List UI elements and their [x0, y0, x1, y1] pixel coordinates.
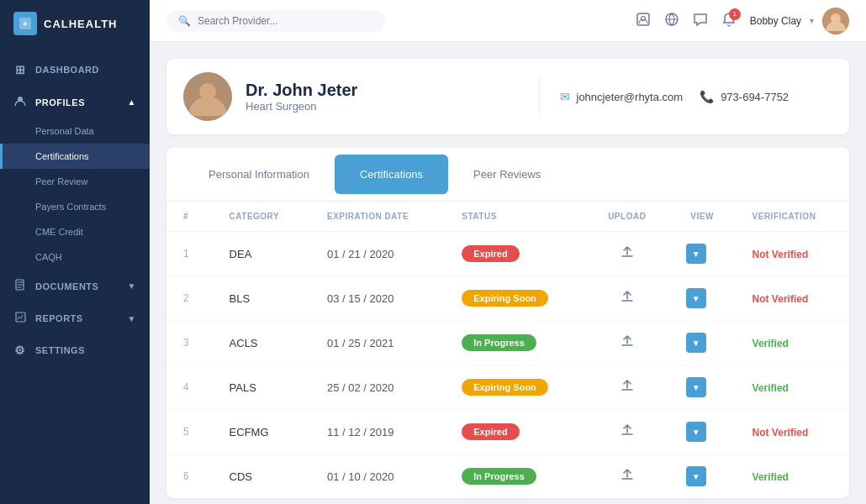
avatar [822, 8, 849, 34]
cell-verification: Verified [736, 365, 849, 410]
upload-icon[interactable] [620, 470, 635, 485]
user-card-icon[interactable] [636, 12, 651, 30]
dashboard-icon: ⊞ [13, 63, 27, 76]
sidebar-item-peer-review[interactable]: Peer Review [0, 169, 150, 194]
sidebar-item-profiles[interactable]: Profiles ▲ [0, 86, 150, 118]
user-menu[interactable]: Bobby Clay ▼ [750, 8, 849, 34]
logo-text: CALHEALTH [44, 18, 117, 30]
table-body: 1 DEA 01 / 21 / 2020 Expired ▼ Not Verif… [166, 232, 849, 499]
svg-text:+: + [23, 19, 28, 29]
view-button[interactable]: ▼ [686, 333, 706, 353]
sidebar-label-profiles: Profiles [35, 97, 85, 108]
email-contact: ✉ johncjeter@rhyta.com [560, 90, 684, 103]
cell-view[interactable]: ▼ [669, 232, 736, 276]
search-input[interactable] [198, 15, 373, 27]
cell-upload[interactable] [585, 321, 669, 365]
phone-icon: 📞 [700, 90, 714, 103]
view-button[interactable]: ▼ [686, 377, 706, 397]
cell-expiration: 01 / 10 / 2020 [310, 454, 445, 499]
content-area: Dr. John Jeter Heart Surgeon ✉ johncjete… [150, 42, 866, 504]
sidebar-item-certifications[interactable]: Certifications [0, 144, 150, 169]
cell-num: 3 [166, 321, 213, 365]
cell-view[interactable]: ▼ [669, 365, 736, 410]
col-status: Status [445, 202, 585, 232]
tab-peer-reviews[interactable]: Peer Reviews [448, 155, 566, 194]
sidebar-item-cme-credit[interactable]: CME Credit [0, 219, 150, 244]
table-row: 6 CDS 01 / 10 / 2020 In Progress ▼ Verif… [166, 454, 849, 499]
chevron-down-icon-reports: ▼ [128, 314, 136, 323]
verification-text: Not Verified [752, 427, 809, 438]
phone-contact: 📞 973-694-7752 [700, 90, 789, 103]
profiles-icon [13, 95, 27, 109]
cell-category: ACLS [213, 321, 310, 365]
sidebar-item-reports[interactable]: Reports ▼ [0, 302, 150, 334]
table-row: 5 ECFMG 11 / 12 / 2019 Expired ▼ Not Ver… [166, 410, 849, 454]
cell-verification: Verified [736, 321, 849, 365]
verification-text: Verified [752, 471, 789, 483]
cell-upload[interactable] [585, 276, 669, 321]
view-button[interactable]: ▼ [686, 422, 706, 442]
chevron-down-icon: ▼ [128, 281, 136, 291]
sidebar-item-caqh[interactable]: CAQH [0, 244, 150, 270]
cell-view[interactable]: ▼ [669, 321, 736, 365]
upload-icon[interactable] [620, 426, 635, 440]
profile-divider [539, 76, 540, 117]
upload-icon[interactable] [620, 337, 635, 351]
cell-num: 1 [166, 232, 213, 276]
notification-icon[interactable]: 1 [721, 12, 737, 30]
status-badge: In Progress [462, 334, 536, 351]
view-button[interactable]: ▼ [686, 466, 706, 486]
profile-name: Dr. John Jeter [246, 81, 519, 100]
cell-category: PALS [213, 365, 310, 410]
search-box[interactable]: 🔍 [166, 10, 385, 32]
sidebar-label-settings: Settings [35, 345, 85, 355]
cell-num: 6 [166, 454, 213, 499]
sidebar-label-dashboard: Dashboard [35, 65, 99, 75]
cell-verification: Verified [736, 454, 849, 499]
sidebar-label-documents: Documents [35, 281, 98, 291]
verification-text: Not Verified [752, 293, 809, 305]
sidebar: + CALHEALTH ⊞ Dashboard Profiles ▲ Perso… [0, 0, 150, 504]
certifications-table: # Category Expiration Date Status Upload… [166, 202, 849, 498]
chevron-up-icon: ▲ [128, 97, 136, 107]
globe-icon[interactable] [664, 12, 679, 30]
col-category: Category [213, 202, 310, 232]
profile-contact: ✉ johncjeter@rhyta.com 📞 973-694-7752 [560, 90, 833, 103]
cell-verification: Not Verified [736, 232, 849, 276]
logo-icon: + [13, 12, 37, 35]
user-name: Bobby Clay [750, 15, 801, 27]
cell-category: BLS [213, 276, 310, 321]
sidebar-item-documents[interactable]: Documents ▼ [0, 270, 150, 302]
cell-upload[interactable] [585, 232, 669, 276]
status-badge: Expired [462, 245, 519, 262]
table-row: 2 BLS 03 / 15 / 2020 Expiring Soon ▼ Not… [166, 276, 849, 321]
profile-header: Dr. John Jeter Heart Surgeon ✉ johncjete… [166, 59, 849, 134]
table-row: 3 ACLS 01 / 25 / 2021 In Progress ▼ Veri… [166, 321, 849, 365]
cell-expiration: 01 / 25 / 2021 [310, 321, 445, 365]
sidebar-item-payers-contracts[interactable]: Payers Contracts [0, 194, 150, 219]
view-button[interactable]: ▼ [686, 288, 706, 308]
cell-view[interactable]: ▼ [669, 410, 736, 454]
tab-personal-info[interactable]: Personal Information [183, 155, 335, 194]
topbar-right: 1 Bobby Clay ▼ [636, 8, 849, 34]
sidebar-item-settings[interactable]: ⚙ Settings [0, 334, 150, 366]
logo[interactable]: + CALHEALTH [0, 0, 150, 47]
cell-view[interactable]: ▼ [669, 454, 736, 499]
upload-icon[interactable] [620, 381, 635, 396]
sidebar-nav: ⊞ Dashboard Profiles ▲ Personal Data Cer… [0, 47, 150, 504]
tab-certifications[interactable]: Certifications [335, 155, 448, 194]
upload-icon[interactable] [620, 292, 635, 307]
chat-icon[interactable] [693, 12, 708, 30]
cell-upload[interactable] [585, 410, 669, 454]
view-button[interactable]: ▼ [686, 244, 706, 264]
cell-upload[interactable] [585, 454, 669, 499]
table-row: 1 DEA 01 / 21 / 2020 Expired ▼ Not Verif… [166, 232, 849, 276]
cell-upload[interactable] [585, 365, 669, 410]
cell-status: Expiring Soon [445, 365, 585, 410]
upload-icon[interactable] [620, 248, 635, 262]
cell-status: Expired [445, 410, 585, 454]
sidebar-item-dashboard[interactable]: ⊞ Dashboard [0, 54, 150, 86]
cell-view[interactable]: ▼ [669, 276, 736, 321]
status-badge: Expiring Soon [462, 290, 548, 307]
sidebar-item-personal-data[interactable]: Personal Data [0, 118, 150, 144]
